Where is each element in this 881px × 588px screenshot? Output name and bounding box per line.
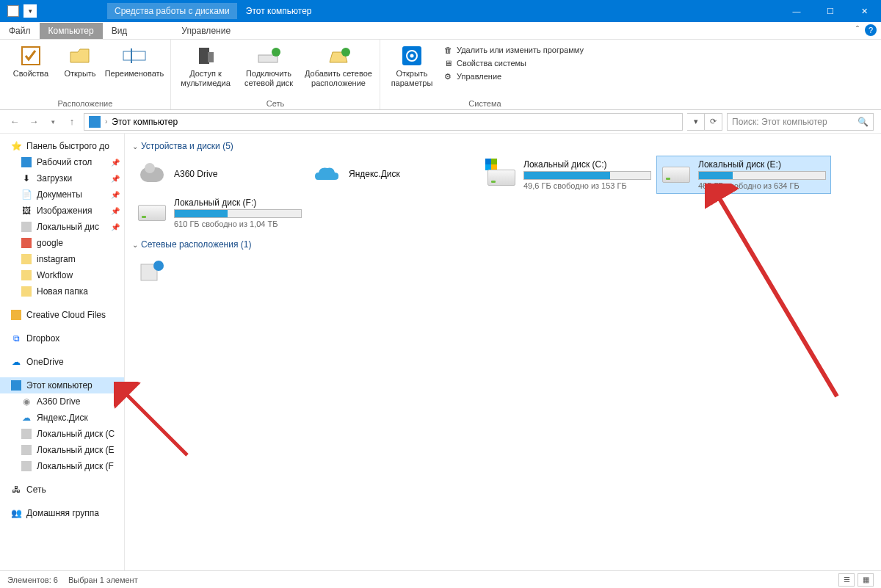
tab-file[interactable]: Файл: [0, 23, 40, 39]
sidebar-dropbox[interactable]: ⧉Dropbox: [0, 330, 124, 346]
section-devices[interactable]: ⌄Устройства и диски (5): [132, 139, 874, 156]
tile-disk-e[interactable]: Локальный диск (E:) 465 ГБ свободно из 6…: [656, 156, 831, 194]
disk-c-usage-bar: [523, 171, 651, 180]
section-network-label: Сетевые расположения (1): [141, 239, 251, 250]
star-icon: ⭐: [10, 140, 22, 152]
back-button[interactable]: ←: [7, 115, 22, 129]
sidebar-instagram[interactable]: instagram: [0, 251, 124, 267]
tile-disk-f[interactable]: Локальный диск (F:) 610 ГБ свободно из 1…: [132, 194, 307, 232]
downloads-icon: ⬇: [21, 173, 32, 184]
sidebar-disk-c-label: Локальный диск (С: [37, 429, 115, 439]
ribbon-group-location: Свойства Открыть Переименовать Расположе…: [0, 40, 171, 109]
pictures-icon: 🖼: [21, 205, 32, 217]
sidebar-documents-label: Документы: [37, 189, 82, 200]
manage-button[interactable]: ⚙Управление: [442, 70, 584, 82]
sidebar-disk-e[interactable]: Локальный диск (Е: [0, 442, 124, 458]
recent-locations-button[interactable]: ▾: [46, 115, 60, 129]
drive-icon: [21, 221, 32, 233]
ribbon-context-tab[interactable]: Средства работы с дисками: [107, 3, 237, 19]
help-icon[interactable]: ?: [865, 24, 877, 36]
chevron-right-icon: ›: [105, 117, 107, 126]
ribbon-group-system: Открыть параметры 🗑Удалить или изменить …: [380, 40, 590, 109]
sidebar-desktop-label: Рабочий стол: [37, 157, 92, 167]
tile-yandex-name: Яндекс.Диск: [349, 169, 476, 179]
sidebar-desktop[interactable]: Рабочий стол📌: [0, 154, 124, 170]
sidebar-creative-cloud[interactable]: Creative Cloud Files: [0, 307, 124, 323]
properties-button[interactable]: Свойства: [6, 43, 56, 98]
chevron-down-icon: ⌄: [132, 142, 138, 150]
onedrive-icon: ☁: [10, 356, 22, 368]
up-button[interactable]: ↑: [65, 115, 79, 129]
uninstall-programs-button[interactable]: 🗑Удалить или изменить программу: [442, 44, 584, 56]
drive-icon: [137, 198, 167, 228]
this-pc-icon: [10, 380, 22, 391]
details-view-button[interactable]: ☰: [838, 573, 855, 587]
sidebar-disk-f-label: Локальный диск (F: [37, 461, 114, 471]
sidebar-yandex[interactable]: ☁Яндекс.Диск: [0, 410, 124, 426]
sidebar-dropbox-label: Dropbox: [26, 333, 59, 344]
pin-icon: 📌: [111, 191, 120, 199]
media-icon: [194, 44, 217, 68]
quick-access-toolbar: ✓: [23, 4, 43, 18]
tab-view[interactable]: Вид: [103, 23, 137, 39]
tile-disk-f-free: 610 ГБ свободно из 1,04 ТБ: [174, 219, 302, 228]
breadcrumb[interactable]: › Этот компьютер: [84, 113, 683, 131]
tile-yandex[interactable]: Яндекс.Диск: [307, 156, 482, 194]
sidebar-google[interactable]: google: [0, 235, 124, 251]
tiles-view-button[interactable]: ▦: [858, 573, 874, 587]
sidebar-pictures[interactable]: 🖼Изображения📌: [0, 203, 124, 219]
sidebar-a360[interactable]: ◉A360 Drive: [0, 393, 124, 410]
breadcrumb-location[interactable]: Этот компьютер: [112, 117, 178, 127]
sidebar-disk-c[interactable]: Локальный диск (С: [0, 426, 124, 442]
sidebar-onedrive[interactable]: ☁OneDrive: [0, 354, 124, 370]
close-button[interactable]: ✕: [847, 0, 881, 22]
forward-button[interactable]: →: [26, 115, 41, 129]
tile-disk-e-free: 465 ГБ свободно из 634 ГБ: [698, 181, 826, 190]
breadcrumb-dropdown[interactable]: ▾: [687, 113, 705, 131]
minimize-button[interactable]: ―: [780, 0, 813, 22]
network-location-icon: [137, 258, 167, 287]
tile-disk-c-name: Локальный диск (C:): [523, 159, 651, 170]
sidebar-local-disk[interactable]: Локальный дис📌: [0, 219, 124, 235]
section-network-locations[interactable]: ⌄Сетевые расположения (1): [132, 238, 874, 254]
tile-a360[interactable]: A360 Drive: [132, 156, 307, 194]
add-network-location-button[interactable]: Добавить сетевое расположение: [303, 43, 374, 98]
sidebar-disk-f[interactable]: Локальный диск (F: [0, 458, 124, 474]
sidebar-downloads[interactable]: ⬇Загрузки📌: [0, 170, 124, 186]
tile-network-location[interactable]: [132, 254, 307, 291]
drive-icon: [21, 428, 32, 440]
sidebar-homegroup[interactable]: 👥Домашняя группа: [0, 505, 124, 521]
sidebar-workflow[interactable]: Workflow: [0, 267, 124, 283]
maximize-button[interactable]: ☐: [813, 0, 847, 22]
disk-f-usage-bar: [174, 209, 302, 218]
tab-computer[interactable]: Компьютер: [40, 23, 103, 39]
tile-disk-f-name: Локальный диск (F:): [174, 197, 302, 208]
collapse-ribbon-icon[interactable]: ˆ: [856, 25, 859, 35]
search-box[interactable]: Поиск: Этот компьютер 🔍: [727, 113, 874, 131]
media-access-button[interactable]: Доступ к мультимедиа: [177, 43, 234, 98]
folder-icon: [21, 286, 32, 297]
map-drive-button[interactable]: Подключить сетевой диск: [239, 43, 299, 98]
tile-disk-c[interactable]: Локальный диск (C:) 49,6 ГБ свободно из …: [482, 156, 656, 194]
rename-label: Переименовать: [105, 69, 164, 79]
ribbon-group-system-label: Система: [468, 98, 501, 108]
tab-manage[interactable]: Управление: [173, 23, 239, 39]
search-icon: 🔍: [858, 117, 869, 127]
sidebar-this-pc-label: Этот компьютер: [26, 380, 93, 391]
sidebar-instagram-label: instagram: [37, 254, 76, 264]
system-properties-button[interactable]: 🖥Свойства системы: [442, 57, 584, 69]
sidebar-network[interactable]: 🖧Сеть: [0, 482, 124, 498]
qat-button[interactable]: ✓: [23, 4, 37, 18]
sidebar-documents[interactable]: 📄Документы📌: [0, 186, 124, 203]
open-button[interactable]: Открыть: [60, 43, 100, 98]
status-selected: Выбран 1 элемент: [68, 576, 138, 584]
sidebar-this-pc[interactable]: Этот компьютер: [0, 377, 124, 393]
sidebar-new-folder[interactable]: Новая папка: [0, 283, 124, 300]
section-devices-label: Устройства и диски (5): [141, 141, 233, 151]
sidebar-downloads-label: Загрузки: [37, 173, 72, 184]
rename-button[interactable]: Переименовать: [104, 43, 164, 98]
sidebar-quick-access[interactable]: ⭐Панель быстрого до: [0, 138, 124, 154]
refresh-button[interactable]: ⟳: [705, 113, 722, 131]
open-settings-button[interactable]: Открыть параметры: [386, 43, 438, 98]
app-icon: [7, 5, 19, 17]
